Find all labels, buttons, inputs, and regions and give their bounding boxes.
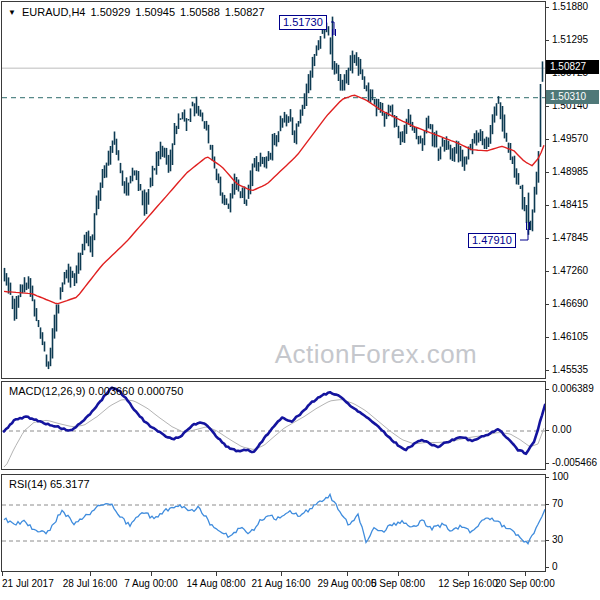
axis-tick [545, 337, 549, 338]
price-axis-label: 1.48415 [552, 199, 588, 211]
time-axis-tick [525, 572, 526, 576]
axis-tick [545, 567, 549, 568]
axis-tick [545, 430, 549, 431]
axis-tick [545, 106, 549, 107]
annotation-swing-low-label[interactable]: 1.47910 [468, 233, 516, 248]
price-axis-label: 1.47845 [552, 232, 588, 244]
axis-tick [545, 504, 549, 505]
price-chart-canvas[interactable] [2, 2, 545, 378]
chart-title: ▼EURAUD,H41.509291.509451.505881.50827 [8, 6, 265, 18]
axis-tick [545, 389, 549, 390]
axis-tick [545, 304, 549, 305]
level-price-tag: 1.50310 [546, 90, 599, 104]
axis-tick [545, 139, 549, 140]
axis-tick [545, 477, 549, 478]
moving-average-line [4, 95, 544, 303]
price-axis-label: 1.49570 [552, 133, 588, 145]
time-axis-label: 7 Aug 00:00 [124, 578, 177, 589]
time-axis-tick [216, 572, 217, 576]
axis-tick [545, 463, 549, 464]
current-price-tag: 1.50827 [546, 60, 599, 74]
price-axis-label: 1.45535 [552, 364, 588, 376]
price-axis-label: 1.46105 [552, 331, 588, 343]
macd-line [4, 388, 545, 454]
axis-tick [545, 7, 549, 8]
price-axis-label: 1.46690 [552, 298, 588, 310]
rsi-axis-label: 0 [552, 561, 558, 573]
chart-window: ▼EURAUD,H41.509291.509451.505881.50827 A… [0, 0, 600, 600]
rsi-axis-label: 30 [552, 534, 563, 546]
macd-label: MACD(12,26,9) 0.003660 0.000750 [9, 385, 183, 397]
axis-tick [545, 370, 549, 371]
time-axis-tick [90, 572, 91, 576]
symbol-label: EURAUD,H4 [22, 6, 86, 18]
time-axis-tick [2, 572, 3, 576]
ohlc-close: 1.50827 [225, 6, 265, 18]
annotation-swing-high-label[interactable]: 1.51730 [279, 15, 327, 30]
time-axis-label: 21 Aug 16:00 [252, 578, 311, 589]
rsi-line [4, 494, 545, 543]
time-axis-label: 29 Aug 00:00 [318, 578, 377, 589]
axis-tick [545, 172, 549, 173]
price-axis-label: 1.47260 [552, 265, 588, 277]
axis-tick [545, 238, 549, 239]
time-axis-tick [398, 572, 399, 576]
macd-signal-line [4, 400, 544, 467]
rsi-axis-label: 70 [552, 498, 563, 510]
rsi-panel[interactable]: RSI(14) 65.3177 [1, 474, 546, 572]
time-axis-tick [347, 572, 348, 576]
time-axis-label: 28 Jul 16:00 [63, 578, 118, 589]
price-axis-label: 1.51880 [552, 1, 588, 13]
time-axis-tick [151, 572, 152, 576]
time-axis-label: 20 Sep 00:00 [495, 578, 555, 589]
macd-axis-label: 0.006389 [552, 383, 594, 395]
axis-tick [545, 205, 549, 206]
axis-tick [545, 40, 549, 41]
axis-tick [545, 271, 549, 272]
axis-tick [545, 540, 549, 541]
time-axis-tick [281, 572, 282, 576]
macd-axis-label: 0.00 [552, 424, 571, 436]
ohlc-low: 1.50588 [180, 6, 220, 18]
time-axis-label: 21 Jul 2017 [2, 578, 54, 589]
rsi-label: RSI(14) 65.3177 [9, 478, 90, 490]
watermark: ActionForex.com [275, 339, 478, 370]
ohlc-high: 1.50945 [135, 6, 175, 18]
time-axis-label: 5 Sep 08:00 [371, 578, 425, 589]
macd-axis-label: -0.005466 [552, 457, 597, 469]
symbol-dropdown-icon[interactable]: ▼ [8, 8, 16, 17]
time-axis-tick [468, 572, 469, 576]
annotation-low-connector [520, 229, 528, 240]
macd-panel[interactable]: MACD(12,26,9) 0.003660 0.000750 [1, 381, 546, 470]
time-axis-label: 12 Sep 16:00 [438, 578, 498, 589]
price-axis-label: 1.51295 [552, 34, 588, 46]
price-panel[interactable]: ▼EURAUD,H41.509291.509451.505881.50827 A… [1, 1, 546, 379]
rsi-axis-label: 100 [552, 471, 569, 483]
price-axis-label: 1.48985 [552, 166, 588, 178]
time-axis-label: 14 Aug 08:00 [187, 578, 246, 589]
ohlc-open: 1.50929 [91, 6, 131, 18]
